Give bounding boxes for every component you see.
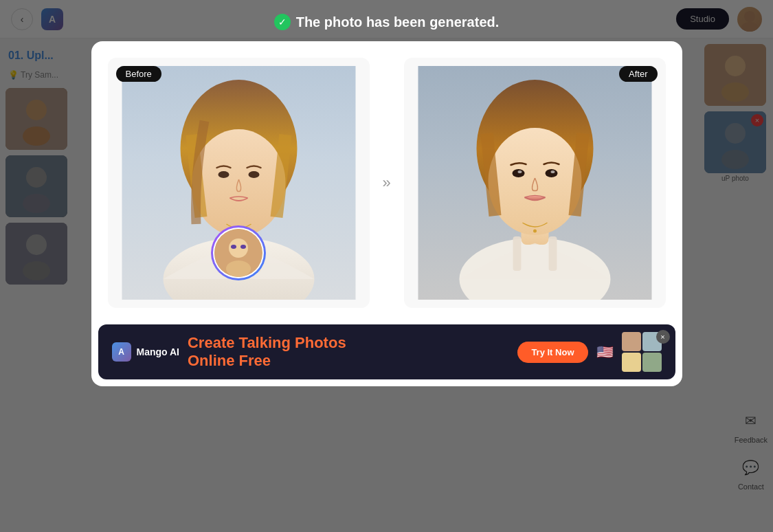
svg-point-22: [218, 171, 229, 178]
ad-tagline: Create Talking Photos Online Free: [188, 334, 509, 370]
success-message: The photo has been generated.: [296, 14, 500, 30]
ad-logo-icon: A: [112, 342, 131, 362]
svg-rect-42: [548, 236, 557, 271]
svg-point-37: [545, 169, 557, 177]
ad-flag: 🇺🇸: [596, 344, 614, 360]
ad-close-button[interactable]: ×: [656, 330, 670, 344]
arrow-between: »: [370, 174, 404, 192]
before-panel: Before: [108, 58, 370, 308]
svg-point-28: [226, 261, 251, 277]
before-after-container: Before: [108, 58, 666, 308]
ad-logo-area: A Mango AI: [112, 342, 179, 362]
ad-thumb-1: [622, 332, 641, 351]
ad-banner: A Mango AI Create Talking Photos Online …: [98, 324, 675, 379]
face-circle-overlay: [211, 225, 266, 280]
before-badge: Before: [116, 66, 161, 82]
ad-brand-name: Mango AI: [137, 346, 179, 357]
ad-thumb-3: [622, 353, 641, 372]
face-circle-inner: [214, 229, 262, 277]
svg-point-21: [192, 129, 285, 236]
svg-point-23: [248, 171, 259, 178]
ad-thumb-4: [642, 353, 662, 372]
after-panel: After: [404, 58, 666, 308]
svg-point-39: [550, 170, 554, 173]
modal-box: × Before: [91, 41, 682, 386]
success-banner: ✓ The photo has been generated.: [274, 14, 500, 30]
svg-point-35: [488, 128, 581, 235]
svg-point-36: [512, 169, 524, 177]
background-page: ‹ A Studio 01. Upl... 💡 Try Sam...: [0, 0, 773, 532]
svg-point-29: [231, 245, 236, 249]
after-badge: After: [619, 66, 657, 82]
svg-point-40: [533, 230, 537, 233]
svg-point-30: [240, 245, 246, 249]
svg-rect-41: [513, 236, 521, 271]
success-check-icon: ✓: [274, 14, 291, 30]
ad-cta-button[interactable]: Try It Now: [517, 342, 587, 363]
after-image: [412, 66, 658, 300]
modal-backdrop: ✓ The photo has been generated. × Before: [0, 0, 773, 532]
svg-point-38: [517, 170, 522, 173]
